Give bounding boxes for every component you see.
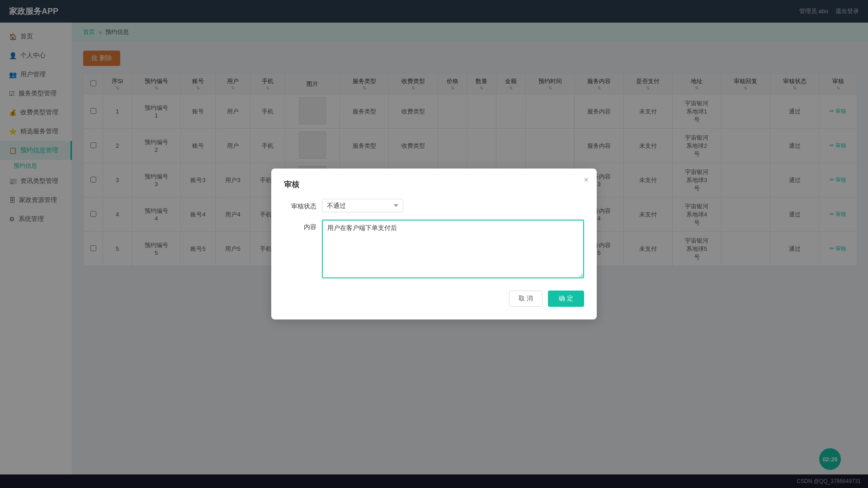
content-textarea[interactable] (322, 220, 584, 278)
audit-status-select[interactable]: 不通过 通过 (322, 199, 403, 212)
audit-status-row: 审核状态 不通过 通过 (284, 199, 584, 212)
modal-close-button[interactable]: × (584, 176, 589, 184)
cancel-button[interactable]: 取 消 (509, 291, 542, 307)
modal-overlay: 审核 × 审核状态 不通过 通过 内容 取 消 确 定 (0, 0, 868, 488)
content-control (322, 220, 584, 280)
audit-status-label: 审核状态 (284, 199, 316, 211)
content-row: 内容 (284, 220, 584, 280)
confirm-button[interactable]: 确 定 (548, 291, 584, 307)
content-label: 内容 (284, 220, 316, 231)
modal-footer: 取 消 确 定 (284, 291, 584, 307)
audit-status-control: 不通过 通过 (322, 199, 584, 212)
audit-modal: 审核 × 审核状态 不通过 通过 内容 取 消 确 定 (271, 169, 597, 319)
modal-title: 审核 (284, 179, 584, 190)
